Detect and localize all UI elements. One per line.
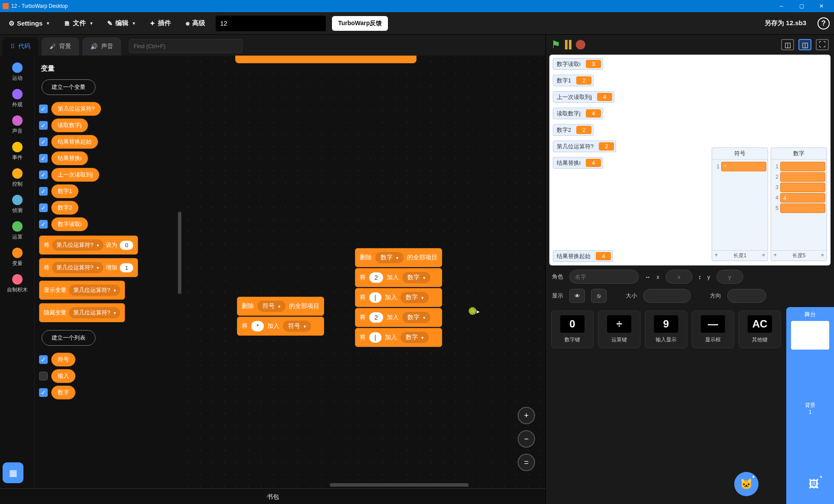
hide-button[interactable]: ⦸ <box>591 289 607 303</box>
variable-checkbox[interactable]: ✓ <box>39 220 48 229</box>
variable-checkbox[interactable]: ✓ <box>39 154 48 163</box>
script-stub[interactable] <box>235 56 417 63</box>
add-to-list-block[interactable]: 将2加入数字 <box>355 268 442 287</box>
variable-monitor[interactable]: 读取数字j4 <box>553 108 603 119</box>
list-cell[interactable] <box>780 162 825 171</box>
hide-variable-block[interactable]: 隐藏变量 第几位运算符? <box>39 303 125 322</box>
value-slot[interactable]: * <box>251 321 264 331</box>
sprite-size-input[interactable] <box>643 289 691 303</box>
list-cell[interactable] <box>780 172 825 182</box>
stage-full-button[interactable]: ⛶ <box>816 39 829 50</box>
list-cell[interactable] <box>780 183 825 192</box>
project-name-input[interactable] <box>216 16 326 31</box>
save-as-label[interactable]: 另存为 12.sb3 <box>765 19 806 27</box>
add-to-list-block[interactable]: 将|加入数字 <box>355 288 442 307</box>
sprite-card[interactable]: ÷运算键 <box>598 311 640 348</box>
variable-monitor[interactable]: 数字22 <box>553 124 594 136</box>
variable-monitor[interactable]: 数字12 <box>553 75 594 86</box>
variable-reporter[interactable]: 数字读取i <box>51 217 88 231</box>
variable-reporter[interactable]: 第几位运算符? <box>51 102 101 116</box>
category-事件[interactable]: 事件 <box>0 138 34 165</box>
list-checkbox[interactable] <box>39 372 48 380</box>
value-slot[interactable]: 2 <box>369 312 383 323</box>
category-声音[interactable]: 声音 <box>0 112 34 138</box>
help-button[interactable]: ? <box>818 17 830 29</box>
plugins-menu[interactable]: ✦ 插件 <box>145 16 175 30</box>
variable-reporter[interactable]: 读取数字j <box>51 118 88 132</box>
workspace-scrollbar[interactable] <box>330 483 469 487</box>
addons-button[interactable]: ▦ <box>3 462 23 483</box>
variable-dropdown[interactable]: 第几位运算符? <box>69 307 120 318</box>
variable-reporter[interactable]: 结果替换i <box>51 151 88 165</box>
list-add-button[interactable]: + <box>774 252 777 259</box>
delete-all-block[interactable]: 删除 数字 的全部项目 <box>355 248 442 267</box>
variable-monitor[interactable]: 上一次读取到j4 <box>553 91 614 103</box>
list-dropdown[interactable]: 数字 <box>375 252 404 263</box>
category-变量[interactable]: 变量 <box>0 244 34 271</box>
feedback-button[interactable]: TurboWarp反馈 <box>332 16 388 31</box>
edit-menu[interactable]: ✎ 编辑 <box>103 16 139 30</box>
category-运算[interactable]: 运算 <box>0 218 34 244</box>
sprite-y-input[interactable] <box>716 270 743 284</box>
list-cell[interactable]: 4 <box>780 193 825 203</box>
variable-reporter[interactable]: 上一次读取到j <box>51 168 99 182</box>
set-variable-block[interactable]: 将 第几位运算符? 设为 0 <box>39 236 138 255</box>
variable-reporter[interactable]: 数字1 <box>51 184 79 198</box>
script-group-2[interactable]: 删除 数字 的全部项目 将2加入数字将|加入数字将2加入数字将|加入数字 <box>355 248 442 348</box>
add-to-list-block[interactable]: 将 * 加入 符号 <box>237 317 324 336</box>
tab-code[interactable]: ⠿ 代码 <box>3 37 38 56</box>
add-to-list-block[interactable]: 将2加入数字 <box>355 308 442 327</box>
variable-monitor[interactable]: 数字读取i3 <box>553 58 603 70</box>
category-控制[interactable]: 控制 <box>0 165 34 191</box>
change-variable-block[interactable]: 将 第几位运算符? 增加 1 <box>39 258 138 277</box>
stage-thumbnail[interactable] <box>791 321 829 350</box>
backpack-bar[interactable]: 书包 <box>0 488 545 504</box>
make-variable-button[interactable]: 建立一个变量 <box>42 79 95 95</box>
sprite-x-input[interactable] <box>666 270 693 284</box>
pause-button[interactable] <box>565 40 571 49</box>
value-slot[interactable]: | <box>369 332 381 343</box>
category-自制积木[interactable]: 自制积木 <box>0 271 34 297</box>
sprite-card[interactable]: 9输入显示 <box>645 311 687 348</box>
script-workspace[interactable]: 删除 符号 的全部项目 将 * 加入 符号 删除 数字 的 <box>182 56 545 488</box>
sprite-card[interactable]: AC其他键 <box>739 311 781 348</box>
tab-sounds[interactable]: 🔊 声音 <box>82 37 121 56</box>
stage-large-button[interactable]: ◫ <box>798 39 811 50</box>
variable-dropdown[interactable]: 第几位运算符? <box>52 262 103 273</box>
variable-checkbox[interactable]: ✓ <box>39 187 48 196</box>
list-reporter[interactable]: 数字 <box>51 386 76 399</box>
list-cell[interactable]: * <box>721 162 766 171</box>
value-slot[interactable]: 1 <box>120 263 133 272</box>
show-button[interactable]: 👁 <box>569 289 585 303</box>
variable-checkbox[interactable]: ✓ <box>39 170 48 179</box>
stop-button[interactable] <box>576 40 585 49</box>
green-flag-button[interactable]: ⚑ <box>551 39 561 51</box>
settings-menu[interactable]: ⚙ Settings <box>4 17 53 30</box>
sprite-name-input[interactable] <box>569 270 639 284</box>
variable-checkbox[interactable]: ✓ <box>39 105 48 113</box>
variable-monitor[interactable]: 第几位运算符?2 <box>553 141 616 152</box>
list-monitor-numbers[interactable]: 数字 123445 + 长度5 = <box>771 147 827 261</box>
zoom-in-button[interactable]: + <box>518 407 535 424</box>
close-button[interactable]: ✕ <box>811 0 831 12</box>
list-monitor-symbols[interactable]: 符号 1* + 长度1 = <box>712 147 768 261</box>
sprite-card[interactable]: 0数字键 <box>551 311 594 348</box>
list-add-button[interactable]: + <box>715 252 718 259</box>
variable-dropdown[interactable]: 第几位运算符? <box>52 239 103 251</box>
find-input[interactable] <box>129 39 243 53</box>
value-slot[interactable]: 0 <box>120 241 133 250</box>
tab-backdrops[interactable]: 🖌 背景 <box>42 37 79 56</box>
list-dropdown[interactable]: 数字 <box>402 312 430 323</box>
variable-reporter[interactable]: 数字2 <box>51 201 79 215</box>
advanced-menu[interactable]: ⎈ 高级 <box>181 16 210 30</box>
list-dropdown[interactable]: 符号 <box>283 321 311 332</box>
list-reporter[interactable]: 输入 <box>51 369 76 383</box>
list-cell[interactable] <box>780 203 825 213</box>
minimize-button[interactable]: ─ <box>772 0 791 12</box>
category-运动[interactable]: 运动 <box>0 59 34 85</box>
stage[interactable]: 符号 1* + 长度1 = 数字 123445 + 长度5 = 数字读取i3数字… <box>549 55 831 265</box>
zoom-out-button[interactable]: − <box>518 430 535 448</box>
list-checkbox[interactable]: ✓ <box>39 388 48 397</box>
palette-scrollbar[interactable] <box>178 212 181 294</box>
variable-monitor[interactable]: 结果替换i4 <box>553 157 603 169</box>
